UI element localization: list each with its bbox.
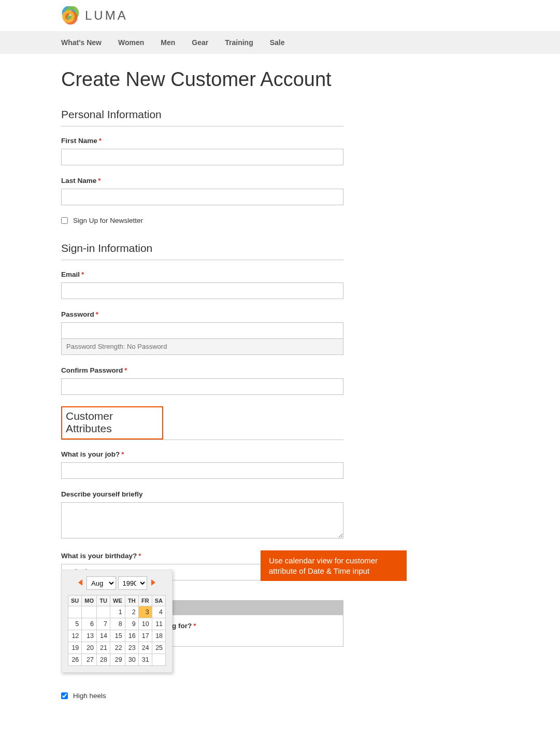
- confirm-password-input[interactable]: [61, 378, 343, 395]
- calendar-day[interactable]: 2: [125, 606, 138, 618]
- month-select[interactable]: Aug: [87, 576, 116, 590]
- calendar-day[interactable]: 8: [110, 618, 125, 630]
- svg-marker-5: [151, 579, 155, 586]
- calendar-dow-header: WE: [110, 595, 125, 606]
- newsletter-checkbox[interactable]: [61, 217, 68, 224]
- first-name-input[interactable]: [61, 149, 343, 165]
- calendar-day[interactable]: 25: [152, 642, 165, 654]
- nav-item-sale[interactable]: Sale: [262, 31, 293, 54]
- calendar-dow-header: MO: [82, 595, 97, 606]
- calendar-dow-header: TH: [125, 595, 138, 606]
- calendar-day[interactable]: 22: [110, 642, 125, 654]
- calendar-day[interactable]: 11: [152, 618, 165, 630]
- calendar-day[interactable]: 20: [82, 642, 97, 654]
- luma-logo-icon: [61, 6, 80, 25]
- calendar-day[interactable]: 5: [68, 618, 82, 630]
- main-nav: What's New Women Men Gear Training Sale: [0, 31, 560, 54]
- calendar-day[interactable]: 15: [110, 630, 125, 642]
- high-heels-label: High heels: [73, 692, 106, 700]
- calendar-day[interactable]: 4: [152, 606, 165, 618]
- calendar-day[interactable]: 21: [97, 642, 110, 654]
- next-month-button[interactable]: [150, 578, 155, 588]
- calendar-day[interactable]: 31: [138, 654, 152, 666]
- calendar-day[interactable]: 13: [82, 630, 97, 642]
- password-strength-meter: Password Strength: No Password: [61, 338, 343, 355]
- calendar-day[interactable]: 1: [110, 606, 125, 618]
- nav-item-training[interactable]: Training: [217, 31, 261, 54]
- prev-month-button[interactable]: [78, 578, 83, 588]
- brand-name: LUMA: [85, 8, 128, 23]
- calendar-day[interactable]: 14: [97, 630, 110, 642]
- calendar-dow-header: TU: [97, 595, 110, 606]
- calendar-day[interactable]: 10: [138, 618, 152, 630]
- nav-item-men[interactable]: Men: [152, 31, 183, 54]
- calendar-day[interactable]: 18: [152, 630, 165, 642]
- calendar-day[interactable]: 28: [97, 654, 110, 666]
- calendar-day[interactable]: 19: [68, 642, 82, 654]
- nav-item-gear[interactable]: Gear: [183, 31, 217, 54]
- datepicker-popup: Aug 1990 SUMOTUWETHFRSA 1234567891011121…: [61, 570, 173, 673]
- calendar-grid: SUMOTUWETHFRSA 1234567891011121314151617…: [68, 595, 166, 666]
- calendar-day[interactable]: 26: [68, 654, 82, 666]
- page-title: Create New Customer Account: [61, 68, 499, 91]
- label-email: Email*: [61, 271, 343, 278]
- calendar-day[interactable]: 27: [82, 654, 97, 666]
- label-job: What is your job?*: [61, 450, 343, 458]
- calendar-day[interactable]: 16: [125, 630, 138, 642]
- high-heels-checkbox[interactable]: [61, 692, 68, 699]
- describe-textarea[interactable]: [61, 502, 343, 538]
- password-input[interactable]: [61, 322, 343, 339]
- section-customer-attributes: Customer Attributes: [61, 406, 163, 439]
- label-shoes-partial: g for?*: [172, 622, 560, 630]
- year-select[interactable]: 1990: [118, 576, 148, 590]
- email-input[interactable]: [61, 282, 343, 299]
- calendar-day[interactable]: 6: [82, 618, 97, 630]
- annotation-callout: Use calendar view for customer attribute…: [261, 550, 407, 581]
- calendar-dow-header: SU: [68, 595, 82, 606]
- nav-item-whats-new[interactable]: What's New: [61, 31, 110, 54]
- newsletter-label: Sign Up for Newsletter: [73, 217, 143, 224]
- calendar-day[interactable]: 23: [125, 642, 138, 654]
- section-signin: Sign-in Information: [61, 242, 343, 260]
- calendar-day[interactable]: 24: [138, 642, 152, 654]
- label-last-name: Last Name*: [61, 177, 343, 184]
- calendar-dow-header: SA: [152, 595, 165, 606]
- calendar-day[interactable]: 9: [125, 618, 138, 630]
- label-describe: Describe yourself briefly: [61, 490, 343, 498]
- calendar-day[interactable]: 7: [97, 618, 110, 630]
- last-name-input[interactable]: [61, 189, 343, 205]
- calendar-day[interactable]: 17: [138, 630, 152, 642]
- section-personal: Personal Information: [61, 108, 343, 126]
- calendar-day[interactable]: 12: [68, 630, 82, 642]
- calendar-day[interactable]: 30: [125, 654, 138, 666]
- svg-marker-4: [78, 579, 82, 586]
- nav-item-women[interactable]: Women: [110, 31, 152, 54]
- job-input[interactable]: [61, 462, 343, 479]
- calendar-day[interactable]: 29: [110, 654, 125, 666]
- header: LUMA: [0, 0, 560, 31]
- calendar-dow-header: FR: [138, 595, 152, 606]
- label-password: Password*: [61, 310, 343, 318]
- calendar-day[interactable]: 3: [138, 606, 152, 618]
- label-confirm-password: Confirm Password*: [61, 366, 343, 374]
- label-first-name: First Name*: [61, 137, 343, 145]
